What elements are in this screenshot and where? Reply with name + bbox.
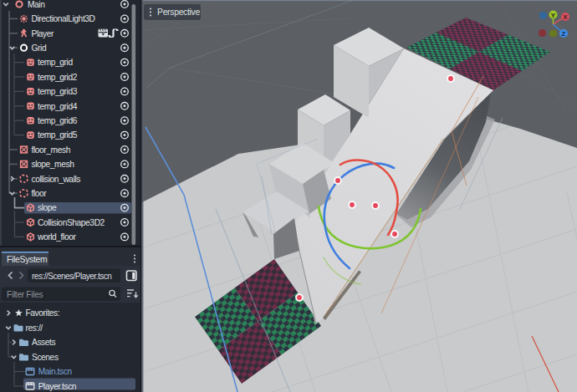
svg-text:slope: slope (38, 203, 57, 212)
svg-text:floor_mesh: floor_mesh (32, 145, 70, 155)
svg-text:Scenes: Scenes (32, 353, 59, 362)
svg-text:Favorites:: Favorites: (26, 308, 60, 318)
svg-text:world_floor: world_floor (37, 232, 76, 242)
svg-text:DirectionalLight3D: DirectionalLight3D (32, 14, 95, 23)
svg-text:Z: Z (562, 30, 566, 38)
svg-text:Filter Files: Filter Files (7, 290, 43, 299)
svg-text:res://: res:// (26, 323, 43, 333)
svg-text:temp_grid5: temp_grid5 (38, 130, 78, 140)
svg-text:temp_grid6: temp_grid6 (38, 116, 78, 125)
svg-text:Main: Main (28, 0, 44, 9)
svg-text:X: X (563, 13, 568, 21)
svg-text:temp_grid3: temp_grid3 (38, 87, 78, 96)
svg-text:Assets: Assets (32, 338, 55, 347)
svg-text:Grid: Grid (32, 43, 47, 53)
svg-text:floor: floor (32, 189, 48, 198)
svg-text:temp_grid2: temp_grid2 (38, 73, 78, 82)
svg-text:Main.tscn: Main.tscn (38, 367, 72, 376)
svg-text:temp_grid4: temp_grid4 (38, 102, 78, 111)
svg-text:temp_grid: temp_grid (38, 58, 73, 67)
svg-text:slope_mesh: slope_mesh (32, 160, 74, 169)
svg-text:res://Scenes/Player.tscn: res://Scenes/Player.tscn (32, 272, 111, 281)
svg-text:CollisionShape3D2: CollisionShape3D2 (38, 218, 105, 227)
svg-text:Player: Player (32, 29, 54, 38)
svg-text:Y: Y (551, 12, 556, 19)
svg-text:Player.tscn: Player.tscn (38, 382, 76, 391)
svg-text:collision_walls: collision_walls (32, 175, 81, 184)
svg-text:Perspective: Perspective (157, 8, 201, 17)
svg-text:FileSystem: FileSystem (7, 255, 47, 264)
